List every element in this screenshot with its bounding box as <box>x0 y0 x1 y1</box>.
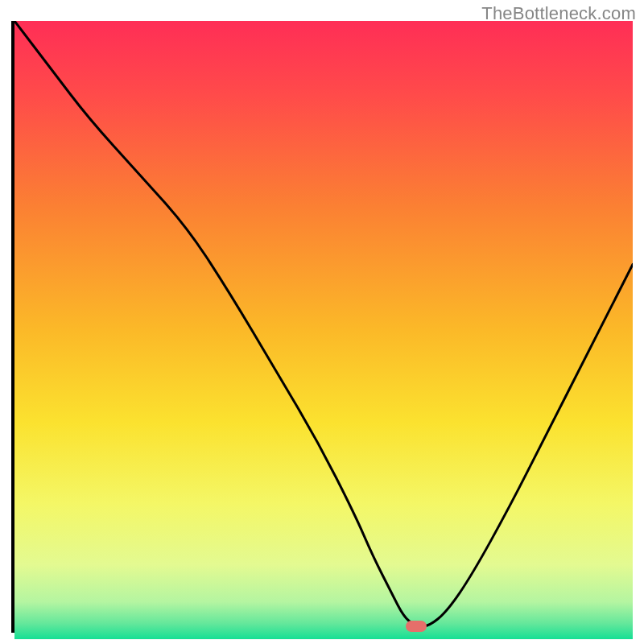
plot-area <box>11 21 633 633</box>
chart-container: TheBottleneck.com <box>0 0 644 644</box>
bottleneck-curve <box>14 21 633 630</box>
optimal-marker <box>406 621 427 632</box>
